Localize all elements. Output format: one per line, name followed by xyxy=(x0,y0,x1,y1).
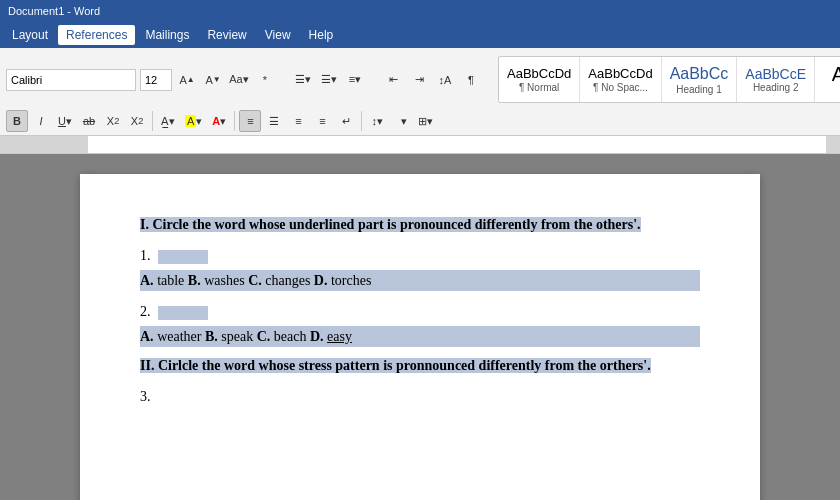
sort-btn[interactable]: ↕A xyxy=(434,69,456,91)
change-case-btn[interactable]: Aa▾ xyxy=(228,69,250,91)
ribbon-row1: A▲ A▼ Aa▾ * ☰▾ ☰▾ ≡▾ ⇤ ⇥ ↕A ¶ AaBbCcDd ¶… xyxy=(6,52,834,110)
menu-review[interactable]: Review xyxy=(199,25,254,45)
style-h2-sample: AaBbCcE xyxy=(745,66,806,83)
ruler-body[interactable]: 1 2 3 4 5 6 7 8 9 10 11 12 13 14 15 16 1… xyxy=(88,136,826,153)
ruler-left-margin xyxy=(0,136,88,153)
a1-line: A. table B. washes C. changes D. torches xyxy=(140,270,700,291)
align-right-btn[interactable]: ≡ xyxy=(287,110,309,132)
font-color-btn[interactable]: A▾ xyxy=(208,110,230,132)
a2-label-a: A. xyxy=(140,329,154,344)
a1-label-c: C. xyxy=(248,273,262,288)
title-bar-text: Document1 - Word xyxy=(8,5,100,17)
font-size-input[interactable] xyxy=(140,69,172,91)
q3-num-text: 3. xyxy=(140,389,151,404)
a2-label-c: C. xyxy=(257,329,271,344)
border-btn[interactable]: ⊞▾ xyxy=(414,110,437,132)
strikethrough-btn[interactable]: ab xyxy=(78,110,100,132)
document-area[interactable]: I. Circle the word whose underlined part… xyxy=(0,154,840,500)
style-normal[interactable]: AaBbCcDd ¶ Normal xyxy=(499,57,580,102)
section2-highlight: II. Cirlcle the word whose stress patter… xyxy=(140,358,651,373)
menu-references[interactable]: References xyxy=(58,25,135,45)
a2-label-d: D. xyxy=(310,329,324,344)
style-h2[interactable]: AaBbCcE Heading 2 xyxy=(737,57,815,102)
style-title-sample: AaB xyxy=(832,62,840,86)
menu-help[interactable]: Help xyxy=(301,25,342,45)
q1-num-text: 1. xyxy=(140,248,151,263)
a1-label-b: B. xyxy=(188,273,201,288)
a1-label-d: D. xyxy=(314,273,328,288)
a2-line: A. weather B. speak C. beach D. easy xyxy=(140,326,700,347)
style-h1[interactable]: AaBbCc Heading 1 xyxy=(662,57,738,102)
ltr-btn[interactable]: ↵ xyxy=(335,110,357,132)
multilevel-list-btn[interactable]: ≡▾ xyxy=(344,69,366,91)
ruler-right-margin xyxy=(826,136,840,153)
text-highlight-btn[interactable]: A▾ xyxy=(181,110,206,132)
increase-indent-btn[interactable]: ⇥ xyxy=(408,69,430,91)
superscript-btn[interactable]: X2 xyxy=(126,110,148,132)
justify-btn[interactable]: ≡ xyxy=(311,110,333,132)
menu-view[interactable]: View xyxy=(257,25,299,45)
section1-highlight: I. Circle the word whose underlined part… xyxy=(140,217,641,232)
menu-layout[interactable]: Layout xyxy=(4,25,56,45)
numbered-list-btn[interactable]: ☰▾ xyxy=(318,69,340,91)
text-effect-btn[interactable]: A̲▾ xyxy=(157,110,179,132)
q2-num-text: 2. xyxy=(140,304,151,319)
title-bar: Document1 - Word xyxy=(0,0,840,22)
document-page: I. Circle the word whose underlined part… xyxy=(80,174,760,500)
clear-format-btn[interactable]: * xyxy=(254,69,276,91)
underline-btn[interactable]: U▾ xyxy=(54,110,76,132)
decrease-indent-btn[interactable]: ⇤ xyxy=(382,69,404,91)
bullet-list-btn[interactable]: ☰▾ xyxy=(292,69,314,91)
section1-heading: I. Circle the word whose underlined part… xyxy=(140,214,700,235)
styles-section: AaBbCcDd ¶ Normal AaBbCcDd ¶ No Spac... … xyxy=(498,56,840,103)
sep7 xyxy=(361,111,362,131)
a1-label-a: A. xyxy=(140,273,154,288)
style-h2-label: Heading 2 xyxy=(753,82,799,93)
section2-heading: II. Cirlcle the word whose stress patter… xyxy=(140,355,700,376)
font-grow-btn[interactable]: A▲ xyxy=(176,69,198,91)
font-shrink-btn[interactable]: A▼ xyxy=(202,69,224,91)
style-nospace-label: ¶ No Spac... xyxy=(593,82,648,93)
font-name-input[interactable] xyxy=(6,69,136,91)
style-h1-label: Heading 1 xyxy=(676,84,722,95)
sep6 xyxy=(234,111,235,131)
style-title[interactable]: AaB Title xyxy=(815,57,840,102)
a2-label-b: B. xyxy=(205,329,218,344)
menu-bar: Layout References Mailings Review View H… xyxy=(0,22,840,48)
menu-mailings[interactable]: Mailings xyxy=(137,25,197,45)
align-left-btn[interactable]: ≡ xyxy=(239,110,261,132)
sep5 xyxy=(152,111,153,131)
ruler: 1 2 3 4 5 6 7 8 9 10 11 12 13 14 15 16 1… xyxy=(0,136,840,154)
bold-btn[interactable]: B xyxy=(6,110,28,132)
q1-num: 1. xyxy=(140,245,700,266)
shading-btn[interactable]: ▾ xyxy=(390,110,412,132)
style-normal-sample: AaBbCcDd xyxy=(507,66,571,82)
style-nospace[interactable]: AaBbCcDd ¶ No Spac... xyxy=(580,57,661,102)
style-nospace-sample: AaBbCcDd xyxy=(588,66,652,82)
q2-num: 2. xyxy=(140,301,700,322)
ribbon: A▲ A▼ Aa▾ * ☰▾ ☰▾ ≡▾ ⇤ ⇥ ↕A ¶ AaBbCcDd ¶… xyxy=(0,48,840,136)
style-h1-sample: AaBbCc xyxy=(670,64,729,83)
subscript-btn[interactable]: X2 xyxy=(102,110,124,132)
align-center-btn[interactable]: ☰ xyxy=(263,110,285,132)
q3-num: 3. xyxy=(140,386,700,407)
ribbon-row2: B I U▾ ab X2 X2 A̲▾ A▾ A▾ ≡ ☰ ≡ ≡ ↵ ↕▾ ▾… xyxy=(6,110,834,135)
a2-d-word: easy xyxy=(327,329,352,344)
italic-btn[interactable]: I xyxy=(30,110,52,132)
style-normal-label: ¶ Normal xyxy=(519,82,559,93)
line-spacing-btn[interactable]: ↕▾ xyxy=(366,110,388,132)
show-para-btn[interactable]: ¶ xyxy=(460,69,482,91)
